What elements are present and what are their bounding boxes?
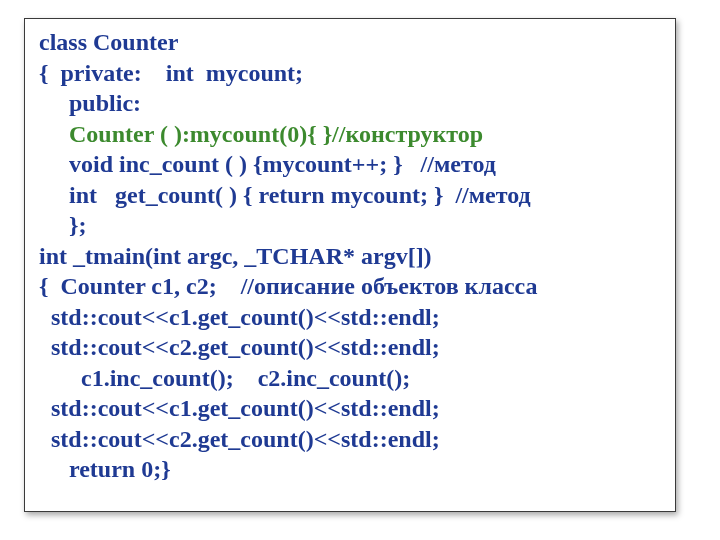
code-line-2: { private: int mycount; [39,60,303,86]
code-line-7: }; [39,212,86,238]
code-line-13: std::cout<<c1.get_count()<<std::endl; [39,395,440,421]
code-line-9: { Counter c1, c2; //описание объектов кл… [39,273,538,299]
code-line-5: void inc_count ( ) {mycount++; } //метод [39,151,496,177]
code-line-1: class Counter [39,29,178,55]
code-line-6: int get_count( ) { return mycount; } //м… [39,182,531,208]
code-line-12: c1.inc_count(); c2.inc_count(); [39,365,410,391]
code-line-10: std::cout<<c1.get_count()<<std::endl; [39,304,440,330]
slide: class Counter { private: int mycount; pu… [0,0,720,540]
code-box: class Counter { private: int mycount; pu… [24,18,676,512]
code-line-4-constructor: Counter ( ):mycount(0){ }//конструктор [69,121,483,147]
code-line-14: std::cout<<c2.get_count()<<std::endl; [39,426,440,452]
code-line-11: std::cout<<c2.get_count()<<std::endl; [39,334,440,360]
code-line-8: int _tmain(int argc, _TCHAR* argv[]) [39,243,432,269]
code-line-4-indent [39,121,69,147]
code-line-15: return 0;} [39,456,171,482]
code-line-3: public: [39,90,141,116]
